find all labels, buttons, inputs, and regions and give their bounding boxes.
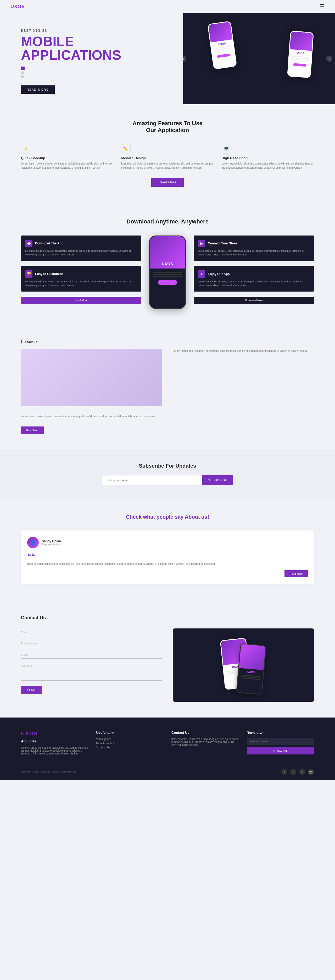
- download-card-2-title: Connect Your Store: [208, 242, 237, 245]
- download-card-4-header: ♥ Enjoy Our App: [198, 270, 310, 278]
- subscribe-section: Subscribe For Updates SUBSCRIBE: [0, 450, 335, 498]
- features-title-line2: Our Application: [21, 127, 314, 134]
- features-section-title: Amazing Features To Use Our Application: [21, 120, 314, 134]
- dot-3: [21, 75, 24, 78]
- testimonial-title-part2: say About us!: [173, 514, 209, 520]
- download-card-4: ♥ Enjoy Our App Lorem ipsum dolor sit am…: [194, 266, 314, 291]
- download-card-2-header: ▶ Connect Your Store: [198, 240, 310, 247]
- author-name: Sandy Dolan: [42, 539, 61, 543]
- download-card-1: ☁️ Download The App Lorem ipsum dolor si…: [21, 235, 141, 261]
- contact-email-input[interactable]: [21, 651, 162, 659]
- contact-send-button[interactable]: SEND: [21, 686, 41, 694]
- hero-section: BEST DESIGN MOBILE APPLICATIONS READ MOR…: [0, 13, 335, 104]
- high-resolution-icon: 🖥️: [222, 144, 231, 154]
- footer: UXOS About Us dolor sit amet, consectetu…: [0, 718, 335, 780]
- footer-newsletter-button[interactable]: SUBSCRIBE: [247, 748, 314, 754]
- download-card-4-text: Lorem ipsum dolor sit amet, consectetur …: [198, 280, 310, 287]
- footer-newsletter-input[interactable]: [247, 738, 314, 745]
- hero-dots: [21, 67, 173, 78]
- subscribe-button[interactable]: SUBSCRIBE: [202, 475, 233, 485]
- download-card-3-title: Easy to Customize: [35, 272, 63, 276]
- hero-phone-1: UXOS: [208, 21, 237, 69]
- download-card-2: ▶ Connect Your Store Lorem ipsum dolor s…: [194, 235, 314, 261]
- quote-icon: ❝❝: [27, 552, 308, 561]
- footer-newsletter-title: Newsletter: [247, 730, 314, 735]
- footer-contact-col: Contact Us dolor sit amet, consectetur a…: [171, 730, 239, 756]
- testimonial-title-highlight: people: [157, 514, 173, 520]
- testimonial-card: 👤 Sandy Dolan Representative ❝❝ dolor si…: [21, 530, 314, 584]
- hero-subtitle: BEST DESIGN: [21, 29, 173, 32]
- hero-read-more-button[interactable]: READ MORE: [21, 85, 55, 94]
- contact-section-title: Contact Us: [21, 615, 314, 620]
- download-section: Download Anytime, Anywhere ☁️ Download T…: [0, 202, 335, 325]
- footer-link-2[interactable]: Remote control: [96, 742, 164, 745]
- dot-2: [21, 72, 24, 74]
- feature-card-3: 🖥️ High Resolution Lorem ipsum dolor sit…: [222, 144, 314, 170]
- testimonial-title: Check what people say About us!: [21, 514, 314, 520]
- hamburger-menu-icon[interactable]: ☰: [319, 3, 324, 10]
- download-card-1-title: Download The App: [35, 242, 64, 245]
- twitter-icon[interactable]: t: [290, 768, 296, 775]
- download-read-more-button[interactable]: Read More: [21, 297, 141, 304]
- about-bottom: Lorem ipsum dolor sit amet, consectetur …: [21, 414, 314, 434]
- feature-text-2: Lorem ipsum dolor sit amet, consectetur …: [121, 162, 214, 170]
- about-section-label: About Us: [21, 340, 314, 344]
- footer-link-3[interactable]: 3d controller: [96, 746, 164, 749]
- footer-links-title: Useful Link: [96, 730, 164, 735]
- footer-about-title: About Us: [21, 739, 89, 743]
- contact-name-input[interactable]: [21, 628, 162, 636]
- contact-grid: SEND UXOS UXOS: [21, 628, 314, 702]
- hero-nav-right-button[interactable]: ›: [326, 56, 332, 62]
- hero-phone-2: UXOS: [287, 31, 314, 78]
- feature-text-3: Lorem ipsum dolor sit amet, consectetur …: [222, 162, 314, 170]
- footer-links-col: Useful Link Video games Remote control 3…: [96, 730, 164, 756]
- feature-title-1: Quick Boostup: [21, 156, 113, 160]
- contact-form: SEND: [21, 628, 162, 694]
- hero-title-line2: APPLICATIONS: [21, 48, 173, 62]
- download-card-1-header: ☁️ Download The App: [25, 240, 137, 247]
- contact-phone-input[interactable]: [21, 640, 162, 647]
- download-center-phone: UXOS: [146, 235, 189, 309]
- footer-copyright: Copyright © 2024 Company Name All rights…: [21, 770, 76, 773]
- subscribe-title: Subscribe For Updates: [21, 463, 314, 469]
- hero-nav-left-button[interactable]: ‹: [183, 56, 186, 62]
- footer-about-col: UXOS About Us dolor sit amet, consectetu…: [21, 730, 89, 756]
- hero-left-content: BEST DESIGN MOBILE APPLICATIONS READ MOR…: [0, 13, 183, 104]
- contact-phone-2: UXOS: [236, 643, 267, 695]
- author-info: Sandy Dolan Representative: [42, 539, 61, 546]
- download-card-3: 🏆 Easy to Customize Lorem ipsum dolor si…: [21, 266, 141, 291]
- download-cards-left: ☁️ Download The App Lorem ipsum dolor si…: [21, 235, 141, 304]
- feature-card-1: ⚡ Quick Boostup Lorem ipsum dolor sit am…: [21, 144, 113, 170]
- contact-message-input[interactable]: [21, 662, 162, 681]
- enjoy-app-icon: ♥: [198, 270, 205, 278]
- center-phone-logo: UXOS: [162, 262, 173, 266]
- brand-logo[interactable]: UXOS: [11, 4, 25, 10]
- about-description-left: Lorem ipsum dolor sit amet, consectetur …: [21, 414, 314, 418]
- about-section: About Us Lorem ipsum dolor sit amet, con…: [0, 325, 335, 450]
- footer-newsletter-col: Newsletter SUBSCRIBE: [247, 730, 314, 756]
- modern-design-icon: ✏️: [121, 144, 130, 154]
- features-grid: ⚡ Quick Boostup Lorem ipsum dolor sit am…: [21, 144, 314, 170]
- download-app-icon: ☁️: [25, 240, 32, 247]
- feature-title-2: Modern Design: [121, 156, 214, 160]
- facebook-icon[interactable]: f: [281, 768, 287, 775]
- download-now-button[interactable]: Download Now: [194, 297, 314, 304]
- download-card-4-title: Enjoy Our App: [208, 272, 230, 276]
- download-card-3-text: Lorem ipsum dolor sit amet, consectetur …: [25, 280, 137, 287]
- instagram-icon[interactable]: 📷: [308, 768, 314, 775]
- download-card-1-text: Lorem ipsum dolor sit amet, consectetur …: [25, 249, 137, 257]
- contact-phones: UXOS UXOS: [222, 634, 264, 697]
- testimonial-read-more-button[interactable]: Read More: [284, 570, 308, 578]
- linkedin-icon[interactable]: in: [299, 768, 305, 775]
- subscribe-email-input[interactable]: [102, 475, 202, 485]
- subscribe-form: SUBSCRIBE: [102, 475, 233, 485]
- features-read-more-button[interactable]: Read More: [151, 178, 184, 187]
- about-read-more-button[interactable]: Read More: [21, 426, 44, 434]
- social-icons: f t in 📷: [281, 768, 314, 775]
- footer-link-1[interactable]: Video games: [96, 738, 164, 741]
- footer-contact-title: Contact Us: [171, 730, 239, 735]
- footer-bottom: Copyright © 2024 Company Name All rights…: [21, 764, 314, 775]
- hero-title-line1: MOBILE: [21, 35, 173, 48]
- author-role: Representative: [42, 543, 61, 546]
- testimonial-text: dolor sit amet, consectetur adipiscing e…: [27, 562, 308, 566]
